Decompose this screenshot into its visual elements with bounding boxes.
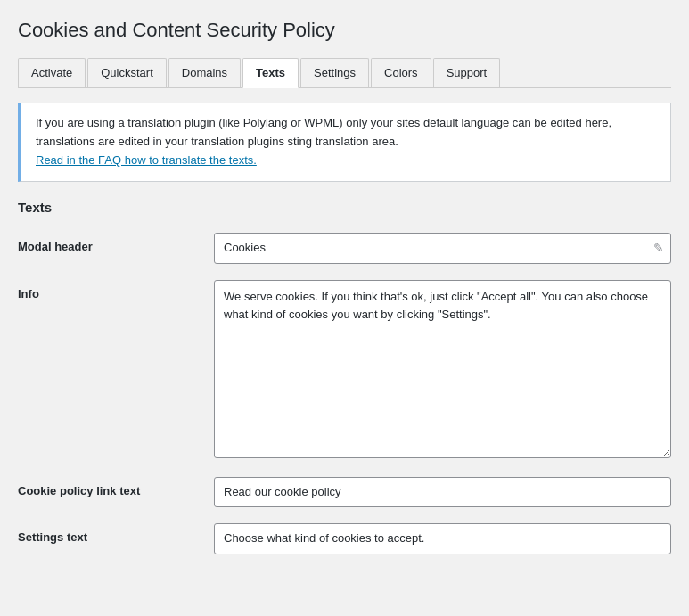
texts-section: Texts Modal header ✎ Info We serve cooki… [18, 200, 671, 554]
modal-header-label: Modal header [18, 233, 214, 253]
info-textarea[interactable]: We serve cookies. If you think that's ok… [214, 280, 671, 458]
info-label: Info [18, 280, 214, 300]
tab-colors[interactable]: Colors [371, 58, 431, 88]
section-heading: Texts [18, 200, 671, 218]
page-title: Cookies and Content Security Policy [18, 18, 671, 44]
modal-header-wrapper: ✎ [214, 233, 671, 264]
settings-text-field [214, 523, 671, 554]
tab-texts[interactable]: Texts [242, 58, 299, 89]
settings-text-row: Settings text [18, 523, 671, 554]
tab-quickstart[interactable]: Quickstart [87, 58, 167, 88]
tab-settings[interactable]: Settings [300, 58, 369, 88]
tab-domains[interactable]: Domains [168, 58, 241, 88]
modal-header-input[interactable] [214, 233, 671, 264]
tabs-nav: Activate Quickstart Domains Texts Settin… [18, 58, 671, 89]
page-container: Cookies and Content Security Policy Acti… [0, 0, 689, 588]
cookie-policy-input[interactable] [214, 477, 671, 508]
info-notice: If you are using a translation plugin (l… [18, 103, 671, 181]
tab-support[interactable]: Support [433, 58, 501, 88]
notice-text: If you are using a translation plugin (l… [36, 116, 611, 148]
cookie-policy-label: Cookie policy link text [18, 477, 214, 497]
cookie-policy-field [214, 477, 671, 508]
tab-activate[interactable]: Activate [18, 58, 86, 88]
info-field: We serve cookies. If you think that's ok… [214, 280, 671, 461]
settings-text-label: Settings text [18, 523, 214, 544]
modal-header-field: ✎ [214, 233, 671, 264]
info-row: Info We serve cookies. If you think that… [18, 280, 671, 461]
settings-text-input[interactable] [214, 523, 671, 554]
modal-header-row: Modal header ✎ [18, 233, 671, 264]
cookie-policy-row: Cookie policy link text [18, 477, 671, 508]
notice-faq-link[interactable]: Read in the FAQ how to translate the tex… [36, 153, 257, 167]
